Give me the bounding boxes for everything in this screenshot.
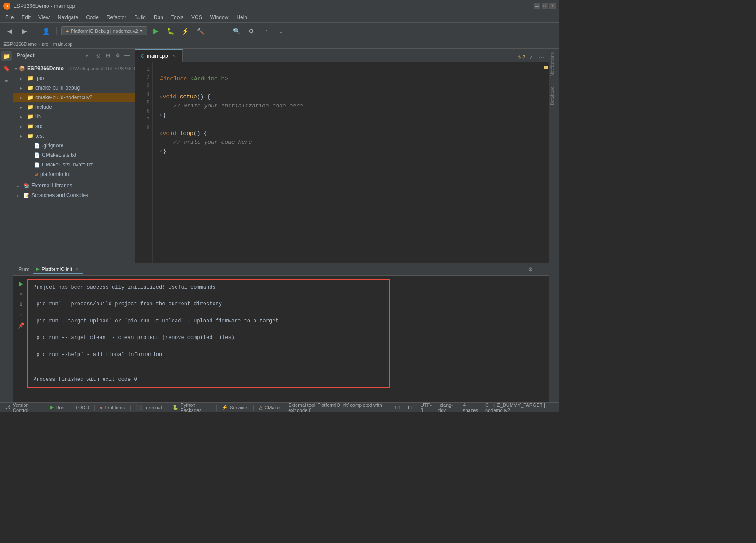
status-language[interactable]: C++: Z_DUMMY_TARGET | nodemcuv2 <box>483 402 556 412</box>
menu-run[interactable]: Run <box>150 14 167 21</box>
console-view-button[interactable]: ≡ <box>17 311 25 319</box>
console-text: Project has been successfully initialize… <box>27 277 547 401</box>
breadcrumb-file[interactable]: main.cpp <box>53 42 73 47</box>
tree-item-cmake-debug[interactable]: 📁 cmake-build-debug <box>13 83 135 93</box>
services-icon: ⚡ <box>222 405 228 410</box>
panel-settings-button[interactable]: ⚙ <box>113 51 122 60</box>
panel-locate-button[interactable]: ◎ <box>94 51 103 60</box>
vcs-status-icon: ⎇ <box>5 405 11 410</box>
bottom-panel-actions: ⚙ — <box>526 265 545 274</box>
menu-help[interactable]: Help <box>233 14 251 21</box>
status-cmake[interactable]: △ CMake <box>257 405 281 410</box>
menu-vcs[interactable]: VCS <box>188 14 206 21</box>
status-todo-label: TODO <box>75 405 89 410</box>
tree-item-lib[interactable]: 📁 lib <box>13 112 135 121</box>
user-icon[interactable]: 👤 <box>40 25 52 37</box>
tree-item-gitignore[interactable]: 📄 .gitignore <box>13 141 135 150</box>
settings-button[interactable]: ⚙ <box>245 25 258 37</box>
more-actions-button[interactable]: ⋯ <box>209 25 221 37</box>
vcs-button[interactable]: ↑ <box>260 25 273 37</box>
tree-item-pio[interactable]: 📁 .pio <box>13 73 135 83</box>
breadcrumb-src[interactable]: src <box>42 42 48 47</box>
window-controls[interactable]: — □ ✕ <box>534 3 556 9</box>
tree-item-cmake-nodemcuv2[interactable]: 📁 cmake-build-nodemcuv2 <box>13 93 135 102</box>
panel-collapse-button[interactable]: ⊟ <box>104 51 112 60</box>
status-clang-tidy[interactable]: .clang-tidy <box>437 402 458 412</box>
panel-hide-button[interactable]: — <box>123 51 131 60</box>
run-tab-icon: ▶ <box>36 266 40 271</box>
menu-refactor[interactable]: Refactor <box>103 14 130 21</box>
menu-code[interactable]: Code <box>83 14 102 21</box>
warning-badge[interactable]: ⚠ 2 <box>517 55 525 60</box>
menu-view[interactable]: View <box>35 14 53 21</box>
include-arrow <box>20 105 25 110</box>
status-line-ending[interactable]: LF <box>406 402 415 412</box>
status-terminal[interactable]: ⬛ Terminal <box>134 405 164 410</box>
structure-tool-button[interactable]: ≡ <box>1 75 12 86</box>
bottom-tab-platformio-init[interactable]: ▶ PlatformIO init ✕ <box>33 265 83 274</box>
bottom-tab-close[interactable]: ✕ <box>74 266 80 272</box>
tree-item-cmakelists[interactable]: 📄 CMakeLists.txt <box>13 150 135 160</box>
tree-item-scratches[interactable]: 📝 Scratches and Consoles <box>13 190 135 200</box>
encoding: UTF-8 <box>421 402 432 412</box>
tree-item-external-libs[interactable]: 📚 External Libraries <box>13 181 135 190</box>
debug-button[interactable]: 🐛 <box>165 25 177 37</box>
rerun-button[interactable]: ▶ <box>17 279 25 288</box>
pin-button[interactable]: 📌 <box>17 321 25 330</box>
database-label[interactable]: Database <box>549 83 559 109</box>
panel-dropdown-button[interactable]: ▾ <box>83 51 91 60</box>
run-config-selector[interactable]: ● PlatformIO Debug | nodemcuv2 ▾ <box>61 26 147 35</box>
search-everywhere-button[interactable]: 🔍 <box>231 25 243 37</box>
tree-item-platformio[interactable]: ⚙ platformio.ini <box>13 169 135 179</box>
menu-tools[interactable]: Tools <box>168 14 187 21</box>
build-button[interactable]: 🔨 <box>194 25 207 37</box>
status-encoding[interactable]: UTF-8 <box>419 402 433 412</box>
vcs-update-button[interactable]: ↓ <box>275 25 287 37</box>
bp-minimize-button[interactable]: — <box>536 265 545 274</box>
forward-button[interactable]: ▶ <box>18 25 31 37</box>
status-services[interactable]: ⚡ Services <box>220 405 250 410</box>
status-version-control[interactable]: ⎇ Version Control <box>3 402 41 412</box>
status-run[interactable]: ▶ Run <box>48 405 66 410</box>
editor-scrollbar-strip[interactable] <box>542 62 549 263</box>
minimize-button[interactable]: — <box>534 3 540 9</box>
python-icon: 🐍 <box>173 405 179 410</box>
bp-settings-button[interactable]: ⚙ <box>526 265 535 274</box>
tab-main-cpp[interactable]: C main.cpp ✕ <box>135 49 183 62</box>
stop-button[interactable]: ■ <box>17 290 25 298</box>
run-button[interactable]: ▶ <box>150 25 162 37</box>
console-line-2: `pio run` - process/build project from t… <box>33 300 383 308</box>
console-line-4: `pio run --target clean` - clean project… <box>33 334 383 342</box>
tree-item-include[interactable]: 📁 include <box>13 102 135 112</box>
back-button[interactable]: ◀ <box>3 25 16 37</box>
menu-edit[interactable]: Edit <box>18 14 34 21</box>
notifications-label[interactable]: Notifications <box>549 49 559 80</box>
tab-close-button[interactable]: ✕ <box>171 53 177 59</box>
menu-navigate[interactable]: Navigate <box>54 14 82 21</box>
menu-file[interactable]: File <box>2 14 17 21</box>
editor-expand-button[interactable]: ∧ <box>527 53 535 62</box>
coverage-button[interactable]: ⚡ <box>180 25 192 37</box>
bookmarks-tool-button[interactable]: 🔖 <box>1 63 12 73</box>
editor-settings-button[interactable]: ⋯ <box>537 53 546 62</box>
status-indent[interactable]: 4 spaces <box>461 402 480 412</box>
code-editor[interactable]: 1 2 3 4 5 6 7 8 #include <Arduino.h> ○vo… <box>135 62 549 263</box>
status-problems[interactable]: ● Problems <box>98 405 127 410</box>
status-todo[interactable]: TODO <box>73 405 91 410</box>
status-caret[interactable]: 1:1 <box>393 402 403 412</box>
maximize-button[interactable]: □ <box>542 3 548 9</box>
close-button[interactable]: ✕ <box>549 3 556 9</box>
tree-item-cmakelists-private[interactable]: 📄 CMakeListsPrivate.txt <box>13 160 135 169</box>
tree-root[interactable]: 📦 ESP8266Demo D:\Workspaces\IOT\ESP8266D… <box>13 64 135 73</box>
breadcrumb-project[interactable]: ESP8266Demo <box>3 42 37 47</box>
test-label: test <box>35 133 44 139</box>
code-content[interactable]: #include <Arduino.h> ○void setup() { // … <box>153 62 542 263</box>
cmakelists-private-icon: 📄 <box>34 162 40 168</box>
scroll-end-button[interactable]: ⬇ <box>17 300 25 309</box>
status-python-packages[interactable]: 🐍 Python Packages <box>171 402 213 412</box>
tree-item-src[interactable]: 📁 src <box>13 121 135 131</box>
menu-window[interactable]: Window <box>207 14 232 21</box>
tree-item-test[interactable]: 📁 test <box>13 131 135 141</box>
project-tool-button[interactable]: 📁 <box>1 51 12 61</box>
menu-build[interactable]: Build <box>131 14 149 21</box>
